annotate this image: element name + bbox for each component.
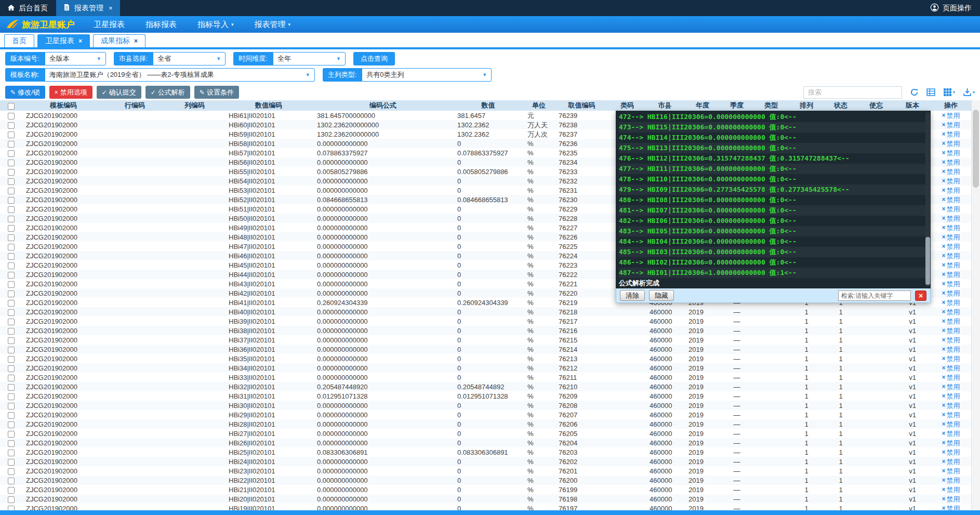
row-checkbox[interactable] xyxy=(8,113,15,120)
row-disable-button[interactable]: ×禁用 xyxy=(942,411,960,419)
row-disable-button[interactable]: ×禁用 xyxy=(942,495,960,504)
row-disable-button[interactable]: ×禁用 xyxy=(942,373,960,382)
row-checkbox[interactable] xyxy=(8,262,15,269)
row-disable-button[interactable]: ×禁用 xyxy=(942,336,960,345)
row-checkbox[interactable] xyxy=(8,197,15,204)
row-disable-button[interactable]: ×禁用 xyxy=(942,177,960,186)
console-scrollbar-thumb[interactable] xyxy=(925,237,930,285)
row-disable-button[interactable]: ×禁用 xyxy=(942,345,960,354)
refresh-button[interactable] xyxy=(910,88,919,97)
region-select[interactable]: 全省 ▼ xyxy=(153,52,226,65)
console-close-button[interactable]: × xyxy=(915,290,926,301)
version-select[interactable]: 全版本 ▼ xyxy=(45,52,106,65)
query-button[interactable]: 点击查询 xyxy=(353,52,395,65)
row-checkbox[interactable] xyxy=(8,450,15,456)
row-checkbox[interactable] xyxy=(8,328,15,335)
hide-button[interactable]: 隐藏 xyxy=(649,290,674,301)
console-search-input[interactable] xyxy=(838,290,911,301)
row-checkbox[interactable] xyxy=(8,141,15,148)
row-checkbox[interactable] xyxy=(8,290,15,297)
page-operations-button[interactable]: 页面操作 xyxy=(922,3,980,14)
row-checkbox[interactable] xyxy=(8,234,15,241)
row-disable-button[interactable]: ×禁用 xyxy=(942,476,960,485)
nav-item-satellite-report[interactable]: 卫星报表 xyxy=(94,20,125,30)
row-checkbox[interactable] xyxy=(8,356,15,363)
row-checkbox[interactable] xyxy=(8,169,15,176)
row-disable-button[interactable]: ×禁用 xyxy=(942,308,960,316)
row-checkbox[interactable] xyxy=(8,309,15,316)
row-checkbox[interactable] xyxy=(8,487,15,494)
nav-item-report-management[interactable]: 报表管理 ▾ xyxy=(255,20,291,30)
row-checkbox[interactable] xyxy=(8,468,15,475)
row-checkbox[interactable] xyxy=(8,412,15,419)
row-disable-button[interactable]: ×禁用 xyxy=(942,280,960,288)
row-checkbox[interactable] xyxy=(8,188,15,194)
row-checkbox[interactable] xyxy=(8,403,15,410)
row-disable-button[interactable]: ×禁用 xyxy=(942,223,960,232)
row-checkbox[interactable] xyxy=(8,216,15,222)
row-checkbox[interactable] xyxy=(8,206,15,213)
row-disable-button[interactable]: ×禁用 xyxy=(942,270,960,279)
row-checkbox[interactable] xyxy=(8,150,15,157)
row-disable-button[interactable]: ×禁用 xyxy=(942,420,960,429)
row-disable-button[interactable]: ×禁用 xyxy=(942,149,960,157)
row-disable-button[interactable]: ×禁用 xyxy=(942,214,960,223)
row-disable-button[interactable]: ×禁用 xyxy=(942,205,960,214)
row-checkbox[interactable] xyxy=(8,347,15,353)
row-disable-button[interactable]: ×禁用 xyxy=(942,326,960,335)
row-checkbox[interactable] xyxy=(8,160,15,166)
row-checkbox[interactable] xyxy=(8,122,15,129)
row-checkbox[interactable] xyxy=(8,253,15,260)
time-select[interactable]: 全年 ▼ xyxy=(273,52,346,65)
console-scrollbar[interactable] xyxy=(925,112,930,287)
row-disable-button[interactable]: ×禁用 xyxy=(942,401,960,410)
row-disable-button[interactable]: ×禁用 xyxy=(942,448,960,457)
row-disable-button[interactable]: ×禁用 xyxy=(942,392,960,401)
row-disable-button[interactable]: ×禁用 xyxy=(942,139,960,148)
row-disable-button[interactable]: ×禁用 xyxy=(942,354,960,363)
close-icon[interactable]: × xyxy=(78,37,82,45)
row-disable-button[interactable]: ×禁用 xyxy=(942,467,960,476)
row-disable-button[interactable]: ×禁用 xyxy=(942,186,960,195)
modify-lock-button[interactable]: ✎ 修改/锁 xyxy=(5,86,45,99)
tab-satellite-report[interactable]: 卫星报表 × xyxy=(37,34,90,47)
row-disable-button[interactable]: ×禁用 xyxy=(942,158,960,167)
vertical-scrollbar-thumb[interactable] xyxy=(973,110,979,188)
confirm-submit-button[interactable]: ✓ 确认提交 xyxy=(97,86,141,99)
row-checkbox[interactable] xyxy=(8,431,15,438)
set-conditions-button[interactable]: ✎ 设置条件 xyxy=(194,86,239,99)
topbar-tab-report-management[interactable]: 报表管理 × xyxy=(56,0,120,16)
bottom-scrollbar[interactable] xyxy=(0,510,980,515)
row-checkbox[interactable] xyxy=(8,365,15,372)
row-checkbox[interactable] xyxy=(8,384,15,391)
row-disable-button[interactable]: ×禁用 xyxy=(942,121,960,129)
row-checkbox[interactable] xyxy=(8,393,15,400)
row-disable-button[interactable]: ×禁用 xyxy=(942,485,960,494)
row-checkbox[interactable] xyxy=(8,178,15,185)
row-disable-button[interactable]: ×禁用 xyxy=(942,317,960,326)
row-checkbox[interactable] xyxy=(8,225,15,232)
row-checkbox[interactable] xyxy=(8,375,15,381)
home-link[interactable]: 后台首页 xyxy=(0,4,56,13)
row-checkbox[interactable] xyxy=(8,478,15,484)
formula-parse-button[interactable]: ✓ 公式解析 xyxy=(145,86,190,99)
nav-item-indicator-report[interactable]: 指标报表 xyxy=(145,20,177,30)
select-all-checkbox[interactable] xyxy=(8,103,15,110)
disable-options-button[interactable]: × 禁用选项 xyxy=(49,86,92,99)
columns-button[interactable]: ▾ xyxy=(943,88,955,97)
tab-home[interactable]: 首页 xyxy=(4,34,34,47)
clear-button[interactable]: 清除 xyxy=(620,290,645,301)
row-disable-button[interactable]: ×禁用 xyxy=(942,382,960,391)
row-checkbox[interactable] xyxy=(8,496,15,503)
close-icon[interactable]: × xyxy=(134,37,138,45)
row-disable-button[interactable]: ×禁用 xyxy=(942,195,960,204)
row-disable-button[interactable]: ×禁用 xyxy=(942,261,960,270)
main-column-type-select[interactable]: 共有0类主列 ▼ xyxy=(362,68,492,82)
search-input[interactable] xyxy=(803,86,902,99)
row-disable-button[interactable]: ×禁用 xyxy=(942,457,960,466)
row-checkbox[interactable] xyxy=(8,337,15,344)
row-checkbox[interactable] xyxy=(8,421,15,428)
row-disable-button[interactable]: ×禁用 xyxy=(942,130,960,139)
row-disable-button[interactable]: ×禁用 xyxy=(942,233,960,242)
row-checkbox[interactable] xyxy=(8,281,15,288)
